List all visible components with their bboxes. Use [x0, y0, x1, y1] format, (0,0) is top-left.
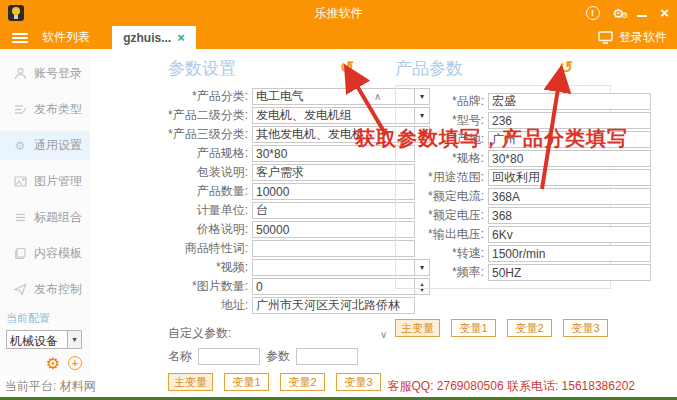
field-label: 计量单位: — [168, 202, 252, 219]
form-row: 包装说明: — [168, 163, 382, 182]
close-button[interactable]: × — [660, 6, 669, 20]
name-input[interactable] — [198, 348, 260, 365]
form-row: 商品特性词: — [168, 239, 382, 258]
panel-title: 产品参数 — [395, 59, 463, 78]
field-label: 价格说明: — [168, 221, 252, 238]
app-logo-icon — [8, 5, 24, 21]
field-label: 地址: — [168, 297, 252, 314]
variable-button[interactable]: 主变量 — [168, 373, 213, 391]
active-tab[interactable]: gzhuis... × — [112, 26, 196, 49]
scroll-down-icon[interactable]: ∨ — [380, 329, 387, 340]
variable-button[interactable]: 变量1 — [451, 319, 496, 337]
title-combine-icon — [13, 211, 27, 225]
variable-button[interactable]: 变量2 — [280, 373, 325, 391]
field-input[interactable] — [488, 131, 651, 148]
field-input[interactable] — [488, 150, 651, 167]
sidebar-item-general-settings[interactable]: ⚙ 通用设置 — [0, 131, 90, 160]
field-label: 商品特性词: — [168, 240, 252, 257]
field-input[interactable] — [252, 183, 415, 200]
field-input-wrap — [252, 202, 415, 219]
field-label: *型号: — [402, 112, 488, 129]
form-row: *额定电流: — [402, 187, 604, 206]
software-list-button[interactable]: 软件列表 — [42, 26, 90, 49]
login-label: 登录软件 — [619, 29, 667, 46]
param-input[interactable] — [296, 348, 358, 365]
alert-icon[interactable]: ! — [586, 6, 600, 20]
chevron-down-icon[interactable]: ▾ — [67, 331, 81, 348]
field-label: *规格: — [402, 150, 488, 167]
field-label: *产品三级分类: — [168, 126, 252, 143]
field-input-wrap — [488, 245, 651, 262]
sidebar-item-publish-type[interactable]: 发布类型 — [0, 95, 90, 124]
field-input[interactable] — [488, 169, 651, 186]
sidebar-item-label: 图片管理 — [34, 173, 82, 190]
variable-buttons: 主变量变量1变量2变量3 — [395, 319, 611, 337]
product-form: *品牌: *型号: *产地: — [395, 85, 611, 289]
sidebar-item-content-template[interactable]: 内容模板 — [0, 239, 90, 268]
field-input[interactable] — [488, 245, 651, 262]
field-input-wrap — [488, 226, 651, 243]
field-input[interactable] — [488, 226, 651, 243]
form-row: *品牌: — [402, 92, 604, 111]
field-label: *品牌: — [402, 93, 488, 110]
field-input[interactable] — [488, 264, 651, 281]
field-input[interactable] — [252, 88, 415, 105]
field-input[interactable] — [252, 259, 415, 276]
sidebar: 账号登录 发布类型 ⚙ 通用设置 图片管理 标题组合 内容模板 — [0, 49, 90, 376]
field-input[interactable] — [252, 164, 415, 181]
parameter-form: *产品分类: *产品二级分类: *产 — [168, 85, 382, 317]
field-input[interactable] — [252, 126, 415, 143]
variable-button[interactable]: 变量2 — [507, 319, 552, 337]
sidebar-item-publish-control[interactable]: 发布控制 — [0, 275, 90, 304]
tab-close-icon[interactable]: × — [177, 30, 185, 45]
field-input[interactable] — [252, 107, 415, 124]
field-input[interactable] — [488, 93, 651, 110]
add-config-icon[interactable]: + — [68, 356, 82, 370]
field-input[interactable] — [252, 297, 415, 314]
sidebar-item-image-management[interactable]: 图片管理 — [0, 167, 90, 196]
form-row: *转速: — [402, 244, 604, 263]
sidebar-config-block: 当前配置 机械设备 ▾ ⚙ + — [0, 311, 90, 376]
variable-button[interactable]: 变量1 — [224, 373, 269, 391]
variable-button[interactable]: 变量3 — [336, 373, 381, 391]
field-input[interactable] — [488, 207, 651, 224]
monitor-icon — [598, 31, 613, 44]
sidebar-item-label: 内容模板 — [34, 245, 82, 262]
field-input-wrap — [488, 188, 651, 205]
variable-button[interactable]: 变量3 — [563, 319, 608, 337]
field-input[interactable] — [488, 188, 651, 205]
field-input[interactable] — [252, 240, 415, 257]
form-row: *规格: — [402, 149, 604, 168]
field-input[interactable] — [252, 202, 415, 219]
app-window: 乐推软件 ! ⚙⚙ × 软件列表 gzhuis... × 登录软件 账号登录 — [0, 0, 677, 400]
window-controls: ! ⚙⚙ × — [586, 6, 669, 20]
variable-button[interactable]: 主变量 — [395, 319, 440, 337]
minimize-button[interactable] — [637, 15, 647, 17]
scroll-up-icon[interactable]: ∧ — [374, 91, 381, 102]
login-software-button[interactable]: 登录软件 — [598, 26, 677, 49]
settings-gears-icon[interactable]: ⚙⚙ — [613, 7, 625, 20]
sidebar-item-account-login[interactable]: 账号登录 — [0, 59, 90, 88]
menu-hamburger-icon[interactable] — [12, 26, 28, 49]
form-row: 产品数量: — [168, 182, 382, 201]
panel-title: 参数设置 — [168, 59, 236, 78]
config-gear-icon[interactable]: ⚙ — [46, 356, 60, 372]
field-input[interactable] — [252, 278, 415, 295]
sidebar-item-title-combine[interactable]: 标题组合 — [0, 203, 90, 232]
field-input[interactable] — [252, 221, 415, 238]
config-select[interactable]: 机械设备 ▾ — [6, 330, 82, 349]
field-input-wrap — [488, 207, 651, 224]
field-label: *额定电压: — [402, 207, 488, 224]
sidebar-item-label: 发布类型 — [34, 101, 82, 118]
config-tools: ⚙ + — [6, 356, 84, 372]
field-input[interactable] — [488, 112, 651, 129]
panel-header: 参数设置 ↻ — [168, 57, 382, 85]
form-row: 地址: — [168, 296, 382, 315]
contact-text: 客服QQ: 2769080506 联系电话: 15618386202 — [388, 378, 677, 395]
refresh-icon[interactable]: ↻ — [340, 57, 354, 78]
field-input[interactable] — [252, 145, 415, 162]
refresh-icon[interactable]: ↻ — [559, 57, 573, 78]
field-input-wrap — [252, 221, 415, 238]
current-platform-text: 当前平台: 材料网 — [0, 378, 96, 395]
form-row: *视频: — [168, 258, 382, 277]
